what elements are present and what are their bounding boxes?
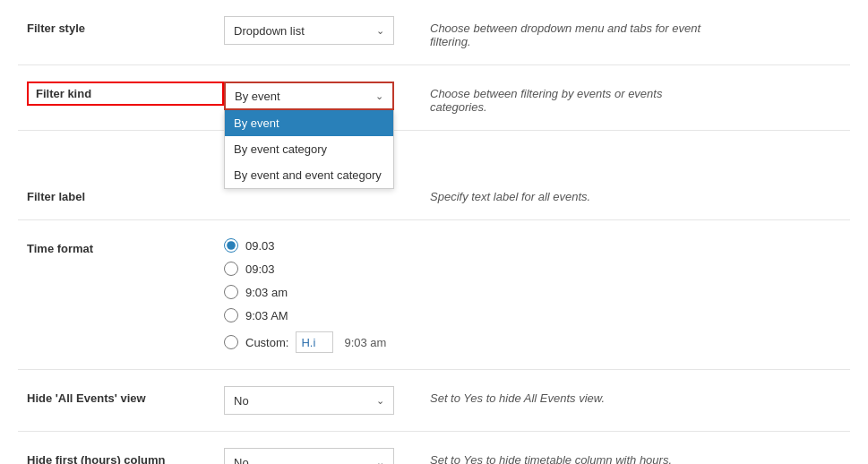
filter-kind-select[interactable]: By event ⌄ (224, 82, 394, 110)
time-format-row: Time format 09.03 09:03 9:03 am 9:03 AM (18, 220, 850, 370)
hide-all-events-select[interactable]: No ⌄ (224, 386, 394, 415)
time-format-radio-3[interactable] (224, 285, 238, 299)
hide-all-events-control: No ⌄ (224, 386, 403, 415)
filter-kind-dropdown: By event By event category By event and … (224, 110, 394, 189)
filter-style-value: Dropdown list (234, 24, 305, 38)
hide-all-events-label: Hide 'All Events' view (27, 386, 224, 405)
hide-all-events-row: Hide 'All Events' view No ⌄ Set to Yes t… (18, 370, 850, 432)
time-format-custom-label: Custom: (245, 336, 288, 349)
filter-style-row: Filter style Dropdown list ⌄ Choose betw… (18, 0, 850, 65)
chevron-down-icon: ⌄ (375, 90, 383, 102)
time-format-option-4: 9:03 AM (224, 308, 493, 322)
dropdown-option-by-event-category[interactable]: By event category (225, 136, 393, 162)
time-format-label-3: 9:03 am (245, 286, 288, 299)
time-format-control: 09.03 09:03 9:03 am 9:03 AM Custom: (224, 236, 493, 353)
time-format-label: Time format (27, 236, 224, 255)
filter-kind-row: Filter kind By event ⌄ By event By event… (18, 65, 850, 131)
filter-style-select[interactable]: Dropdown list ⌄ (224, 16, 394, 45)
hide-first-column-label: Hide first (hours) column (27, 448, 224, 464)
hide-first-column-description: Set to Yes to hide timetable column with… (430, 448, 672, 464)
dropdown-option-by-event-and-category[interactable]: By event and event category (225, 162, 393, 188)
settings-panel: Filter style Dropdown list ⌄ Choose betw… (0, 0, 868, 464)
filter-style-control: Dropdown list ⌄ (224, 16, 403, 45)
time-format-label-1: 09.03 (245, 239, 275, 253)
chevron-down-icon: ⌄ (376, 25, 384, 37)
filter-kind-description: Choose between filtering by events or ev… (430, 82, 717, 114)
dropdown-option-by-event[interactable]: By event (225, 110, 393, 136)
chevron-down-icon: ⌄ (376, 395, 384, 407)
hide-all-events-description: Set to Yes to hide All Events view. (430, 386, 605, 405)
chevron-down-icon: ⌄ (376, 457, 384, 465)
filter-label-label: Filter label (27, 185, 224, 203)
time-format-option-1: 09.03 (224, 238, 493, 253)
time-format-radio-4[interactable] (224, 308, 238, 322)
filter-kind-value: By event (235, 90, 280, 103)
hide-first-column-value: No (234, 456, 249, 465)
filter-style-label: Filter style (27, 16, 224, 35)
hide-all-events-value: No (234, 394, 249, 408)
time-format-radio-1[interactable] (224, 238, 238, 253)
time-format-radio-custom[interactable] (224, 335, 238, 349)
filter-style-description: Choose between dropdown menu and tabs fo… (430, 16, 717, 48)
filter-label-row: Filter label Specify text label for all … (18, 131, 850, 220)
time-format-custom-input[interactable] (296, 331, 333, 353)
filter-kind-control: By event ⌄ By event By event category By… (224, 82, 403, 110)
time-format-label-2: 09:03 (245, 262, 275, 276)
time-format-option-3: 9:03 am (224, 285, 493, 299)
time-format-label-4: 9:03 AM (245, 309, 288, 322)
time-format-option-2: 09:03 (224, 262, 493, 276)
hide-first-column-row: Hide first (hours) column No ⌄ Set to Ye… (18, 432, 850, 464)
time-format-radio-group: 09.03 09:03 9:03 am 9:03 AM Custom: (224, 236, 493, 353)
time-format-custom-preview: 9:03 am (344, 336, 386, 349)
time-format-option-custom: Custom: 9:03 am (224, 331, 493, 353)
hide-first-column-control: No ⌄ (224, 448, 403, 464)
time-format-radio-2[interactable] (224, 262, 238, 276)
filter-kind-label: Filter kind (27, 82, 224, 106)
filter-label-description: Specify text label for all events. (430, 185, 590, 203)
hide-first-column-select[interactable]: No ⌄ (224, 448, 394, 464)
